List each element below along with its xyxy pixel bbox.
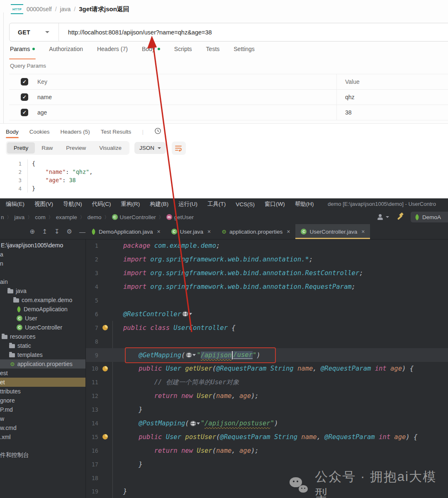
menu-t[interactable]: 工具(T) xyxy=(202,200,231,208)
tree-item-e-javap-json1005-demo[interactable]: E:\javap\json1005\demo xyxy=(0,241,85,250)
code-editor[interactable]: 1package com.example.demo;2import org.sp… xyxy=(86,239,448,498)
breadcrumb-workspace[interactable]: 00000self xyxy=(27,6,52,12)
run-configuration[interactable]: DemoA xyxy=(411,212,448,222)
response-tab-headers-5-[interactable]: Headers (5) xyxy=(61,129,90,135)
breadcrumb-usercontroller[interactable]: CUserController xyxy=(112,214,156,220)
profile-button[interactable] xyxy=(377,214,389,220)
tree-item-p.md[interactable]: P.md xyxy=(0,405,85,414)
tree-item-a[interactable]: a xyxy=(0,250,85,259)
menu-u[interactable]: 运行(U) xyxy=(173,200,202,208)
tree-item-application.properties[interactable]: ⚙application.properties xyxy=(0,359,85,369)
tab-scripts[interactable]: Scripts xyxy=(174,46,192,59)
tree-item-.xml[interactable]: .xml xyxy=(0,432,85,442)
tree-item-w.cmd[interactable]: w.cmd xyxy=(0,423,85,432)
url-input[interactable]: http://localhost:8081/apijson/user?name=… xyxy=(68,29,212,36)
hide-panel-icon[interactable]: — xyxy=(79,228,85,235)
close-icon[interactable]: × xyxy=(287,228,290,235)
param-value[interactable]: 38 xyxy=(336,105,448,120)
breadcrumb-folder[interactable]: java xyxy=(60,6,71,12)
tree-item-ain[interactable]: ain xyxy=(0,277,85,286)
chevron-down-icon[interactable] xyxy=(45,31,49,33)
breadcrumb-demo[interactable]: demo xyxy=(88,214,102,220)
param-key[interactable]: age xyxy=(37,109,336,116)
line-number: 14 xyxy=(86,420,98,427)
tree-item-user[interactable]: CUser xyxy=(0,314,85,323)
table-row: nameqhz xyxy=(9,90,448,105)
locate-icon[interactable]: ⊕ xyxy=(30,228,35,235)
tab-params[interactable]: Params xyxy=(10,46,35,59)
menu-n[interactable]: 导航(N) xyxy=(58,200,87,208)
tree-item-label: com.example.demo xyxy=(22,297,72,303)
code-line-4: 4import org.springframework.web.bind.ann… xyxy=(86,280,448,294)
method-icon: m xyxy=(166,214,172,220)
menu-b[interactable]: 构建(B) xyxy=(145,200,173,208)
format-select[interactable]: JSON xyxy=(134,142,166,154)
tree-item-w[interactable]: w xyxy=(0,414,85,423)
expand-all-icon[interactable]: ↥ xyxy=(42,228,47,235)
param-value[interactable]: qhz xyxy=(336,90,448,105)
code-line-10: 10 public User getUser(@RequestParam Str… xyxy=(86,362,448,376)
menu-w[interactable]: 窗口(W) xyxy=(260,200,290,208)
wrap-text-button[interactable] xyxy=(172,142,186,155)
breadcrumb-com[interactable]: com xyxy=(35,214,46,220)
tree-item-gnore[interactable]: gnore xyxy=(0,396,85,405)
menu-e[interactable]: 编辑(E) xyxy=(1,200,29,208)
response-tab-test-results[interactable]: Test Results xyxy=(101,129,131,135)
tree-item-n[interactable]: n xyxy=(0,259,85,268)
tab-label: Params xyxy=(10,46,30,52)
menu-c[interactable]: 代码(C) xyxy=(87,200,116,208)
tab-authorization[interactable]: Authorization xyxy=(49,46,83,59)
tree-item-templates[interactable]: templates xyxy=(0,350,85,359)
breadcrumb-java[interactable]: java xyxy=(15,214,25,220)
tab-tests[interactable]: Tests xyxy=(206,46,220,59)
history-clock-icon[interactable] xyxy=(154,127,161,136)
tab-settings[interactable]: Settings xyxy=(234,46,255,59)
tree-item-resources[interactable]: resources xyxy=(0,332,85,341)
tree-item-usercontroller[interactable]: CUserController xyxy=(0,323,85,332)
breadcrumb-example[interactable]: example xyxy=(56,214,77,220)
response-tab-body[interactable]: Body xyxy=(6,129,19,135)
tree-item-est[interactable]: est xyxy=(0,369,85,378)
row-checkbox[interactable] xyxy=(21,78,28,85)
view-tab-raw[interactable]: Raw xyxy=(35,142,59,154)
tree-item-static[interactable]: static xyxy=(0,341,85,350)
build-hammer-icon[interactable] xyxy=(396,213,404,221)
method-selector[interactable]: GET xyxy=(18,29,30,36)
endpoint-globe-icon[interactable] xyxy=(190,420,200,427)
breadcrumb-getuser[interactable]: mgetUser xyxy=(166,214,194,220)
menu-v[interactable]: 视图(V) xyxy=(29,200,58,208)
spring-bean-icon[interactable] xyxy=(102,325,108,330)
tree-item--[interactable]: 件和控制台 xyxy=(0,451,85,460)
row-checkbox[interactable] xyxy=(21,109,28,116)
tree-item-demoapplication[interactable]: DemoApplication xyxy=(0,305,85,314)
param-key[interactable]: name xyxy=(37,94,336,100)
divider xyxy=(58,23,59,41)
tree-item-com.example.demo[interactable]: com.example.demo xyxy=(0,295,85,305)
settings-gear-icon[interactable]: ⚙ xyxy=(67,228,72,235)
spring-bean-icon[interactable] xyxy=(102,434,108,439)
tab-headers-7-[interactable]: Headers (7) xyxy=(97,46,128,59)
editor-tab-application-properties[interactable]: ⚙application.properties× xyxy=(216,224,295,239)
endpoint-globe-icon[interactable] xyxy=(182,311,192,317)
close-icon[interactable]: × xyxy=(207,228,211,235)
row-checkbox[interactable] xyxy=(21,93,28,101)
tab-body[interactable]: Body xyxy=(142,46,160,59)
editor-tab-usercontroller-java[interactable]: CUserController.java× xyxy=(295,224,370,239)
menu-h[interactable]: 帮助(H) xyxy=(290,200,319,208)
spring-bean-icon[interactable] xyxy=(102,366,108,371)
breadcrumb-n[interactable]: n xyxy=(1,214,4,220)
view-tab-preview[interactable]: Preview xyxy=(59,142,93,154)
collapse-all-icon[interactable]: ↧ xyxy=(54,228,60,235)
editor-tab-demoapplication-java[interactable]: DemoApplication.java× xyxy=(86,224,166,239)
editor-tab-user-java[interactable]: CUser.java× xyxy=(166,224,216,239)
menu-vcss[interactable]: VCS(S) xyxy=(231,201,260,208)
menu-r[interactable]: 重构(R) xyxy=(116,200,145,208)
close-icon[interactable]: × xyxy=(157,228,161,235)
response-tab-cookies[interactable]: Cookies xyxy=(29,129,50,135)
view-tab-pretty[interactable]: Pretty xyxy=(7,142,35,154)
tree-item-et[interactable]: et xyxy=(0,378,85,387)
close-icon[interactable]: × xyxy=(361,228,365,235)
view-tab-visualize[interactable]: Visualize xyxy=(93,142,128,154)
tree-item-java[interactable]: java xyxy=(0,286,85,295)
tree-item-ttributes[interactable]: ttributes xyxy=(0,387,85,396)
